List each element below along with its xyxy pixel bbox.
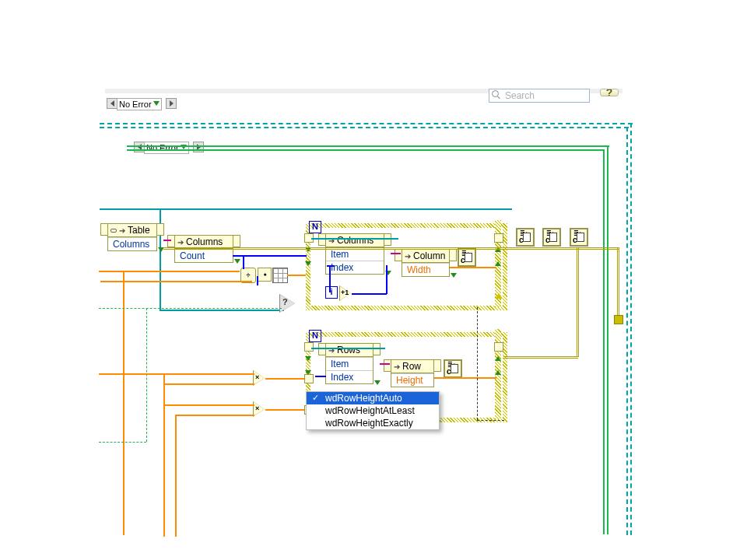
wire-err-y1 — [163, 247, 506, 252]
wire-div-out — [257, 276, 258, 285]
tunnel-arrows-2r — [495, 350, 506, 378]
tunnel-arrows-1r — [495, 241, 506, 269]
close-ref-c2[interactable]: ≣/c — [542, 228, 561, 247]
rows-prop-select[interactable] — [374, 374, 385, 388]
close-ref-c3[interactable]: ≣/c — [570, 228, 588, 247]
node-table[interactable]: ➔ Table Columns — [107, 223, 157, 251]
wire-height — [434, 377, 496, 379]
wire-item-row — [380, 363, 390, 365]
wire-mult2-v — [175, 415, 177, 537]
wire-count-v — [243, 255, 244, 269]
column-prop-select[interactable] — [451, 267, 461, 281]
wire-dash-4 — [626, 127, 628, 535]
case-label-outer[interactable]: No Error — [117, 98, 162, 110]
wire-mult-v — [163, 373, 165, 537]
case-next-outer[interactable] — [166, 98, 177, 109]
rows-glyph-r — [373, 343, 381, 355]
wire-idx-l1 — [327, 265, 335, 267]
tunnel-arrows-1 — [305, 241, 316, 269]
search-icon — [492, 90, 501, 100]
wire-blk-v — [477, 307, 478, 420]
wire-mult2-b — [175, 415, 254, 416]
wire-inc-up — [386, 265, 388, 294]
case-border-right — [607, 145, 608, 534]
wire-item-col — [391, 253, 401, 254]
wire-gd-2 — [99, 442, 146, 443]
case-menu-outer[interactable] — [153, 101, 160, 106]
close-ref-c1[interactable]: ≣/c — [516, 228, 535, 247]
row-glyph-r — [433, 359, 441, 372]
help-button[interactable]: ? — [600, 89, 619, 96]
menu-item-exactly[interactable]: wdRowHeightExactly — [307, 417, 439, 429]
wire-gd-v — [146, 308, 147, 442]
wire-mult1-b — [163, 383, 254, 385]
enum-ring-menu[interactable]: ✓ wdRowHeightAuto wdRowHeightAtLeast wdR… — [306, 391, 440, 430]
check-icon: ✓ — [312, 393, 319, 403]
wire-teal-main — [100, 208, 512, 210]
block-diagram[interactable]: Search ? No Error No Error ➔ Table Colum… — [0, 0, 747, 560]
wire-tab-col — [163, 240, 171, 241]
search-placeholder: Search — [505, 90, 535, 101]
op-index-array[interactable] — [272, 268, 288, 283]
wire-inc-out — [352, 293, 387, 295]
wire-or-in2 — [100, 281, 252, 282]
node-column[interactable]: ➔ Column Width — [402, 249, 450, 277]
tunnel-in-2b — [304, 374, 314, 383]
wire-l1-teal — [311, 238, 398, 240]
wire-dash-1 — [100, 123, 633, 124]
case-border-right2 — [603, 149, 605, 534]
wire-dash-2 — [630, 123, 632, 535]
tunnel-arrows-1r2 — [495, 288, 506, 302]
wire-mult2-a — [163, 404, 254, 406]
menu-item-atleast[interactable]: wdRowHeightAtLeast — [307, 404, 439, 417]
case-border-top — [127, 145, 609, 147]
wire-y-join — [577, 247, 579, 357]
key-icon — [110, 229, 117, 233]
op-round[interactable]: ⬥ — [258, 268, 272, 282]
wire-mult1-out — [265, 378, 306, 380]
node-row[interactable]: ➔ Row Height — [391, 359, 434, 387]
columns-glyph-r — [233, 235, 240, 247]
wire-mult2-out — [265, 409, 306, 411]
junction-dot — [614, 315, 623, 324]
menu-item-auto[interactable]: ✓ wdRowHeightAuto — [307, 392, 439, 404]
wire-y-outv — [617, 247, 619, 317]
cols2-glyph-r — [384, 233, 391, 246]
wire-y-out2 — [503, 356, 578, 361]
wire-sel-tun — [287, 275, 306, 276]
wire-y-out1 — [503, 247, 619, 252]
search-input[interactable]: Search — [489, 89, 590, 103]
loop-N-2[interactable]: N — [309, 330, 321, 342]
wire-l2-teal — [311, 348, 385, 349]
wire-teal-h2 — [160, 310, 284, 311]
case-border-top2 — [127, 149, 605, 151]
loop-N-1[interactable]: N — [309, 221, 321, 233]
wire-mult1-a — [99, 373, 254, 375]
case-prev-outer[interactable] — [107, 98, 117, 109]
wire-or-in1 — [99, 271, 240, 272]
wire-width — [450, 267, 496, 268]
wire-dash-3 — [100, 127, 629, 128]
wire-idx-l2 — [315, 376, 326, 377]
case-label-inner[interactable]: No Error — [144, 142, 189, 154]
wire-or-v1 — [123, 271, 124, 535]
loop-i-1[interactable]: i — [325, 286, 338, 299]
table-src-glyph-r — [156, 223, 164, 236]
wire-blk-h — [477, 420, 504, 421]
wire-gd-1 — [99, 308, 282, 309]
close-ref-loop2[interactable]: ≣/c — [444, 359, 462, 378]
